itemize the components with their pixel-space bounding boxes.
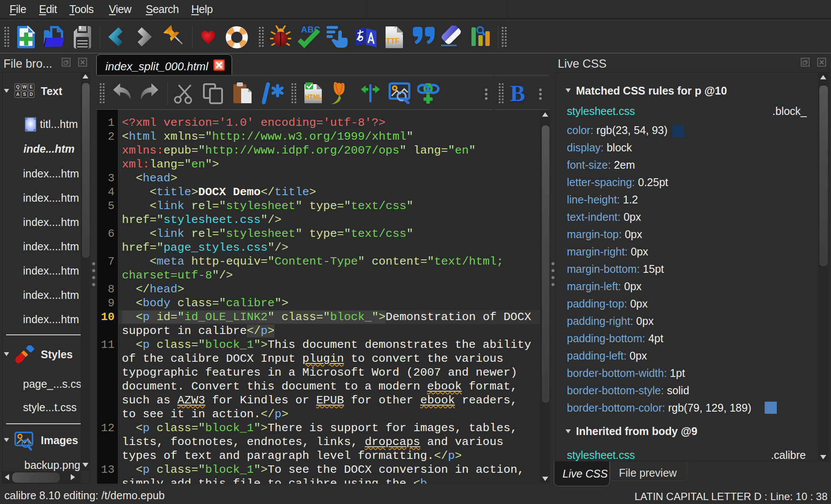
svg-text:S: S [23,92,26,97]
svg-text:E: E [29,84,33,89]
svg-text:Q: Q [16,84,20,89]
svg-text:HTML: HTML [305,93,322,100]
svg-text:A: A [16,92,20,97]
svg-text:TTF: TTF [386,37,399,45]
svg-text:W: W [23,84,27,89]
svg-text:D: D [29,92,33,97]
